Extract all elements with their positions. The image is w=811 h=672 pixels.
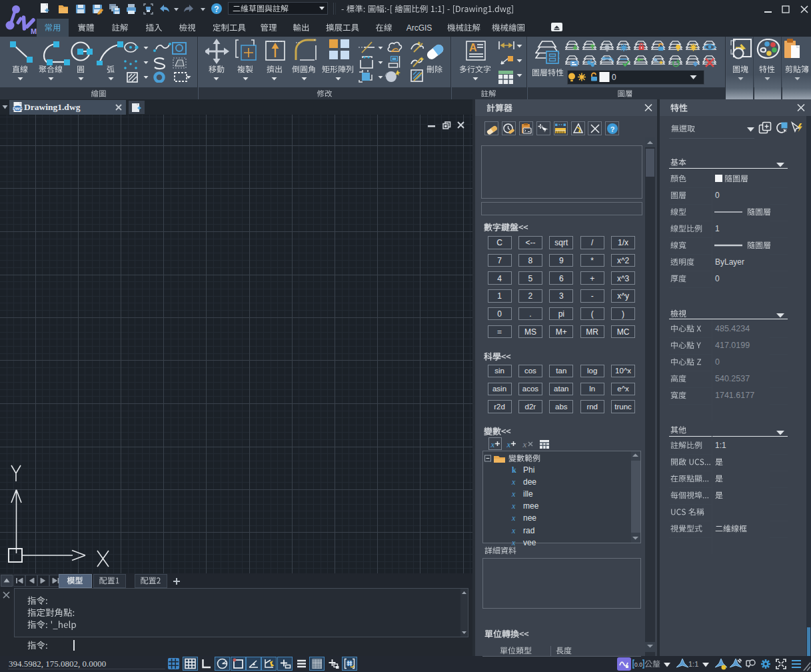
svg-text:M: M — [31, 27, 37, 35]
svg-text:x: x — [506, 439, 511, 449]
svg-text:?: ? — [214, 5, 219, 14]
svg-text:DWG: DWG — [13, 107, 23, 111]
svg-text:A: A — [469, 42, 477, 53]
svg-text:x: x — [490, 439, 495, 449]
svg-text:x: x — [522, 439, 527, 449]
svg-text:?: ? — [610, 125, 614, 133]
svg-text:0.0: 0.0 — [634, 661, 642, 668]
